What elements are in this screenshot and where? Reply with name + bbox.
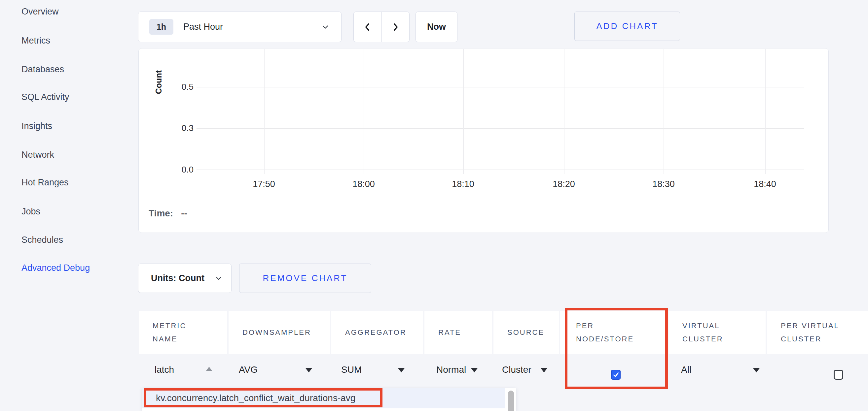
per-node-store-checkbox[interactable] (611, 370, 621, 380)
y-axis-tick: 0.3 (170, 123, 193, 133)
column-header-metric-name: METRICNAME (139, 311, 227, 354)
sidebar-item-metrics[interactable]: Metrics (22, 36, 50, 46)
sidebar-item-advanced-debug[interactable]: Advanced Debug (22, 263, 90, 273)
column-header-downsampler: DOWNSAMPLER (228, 311, 330, 354)
now-button[interactable]: Now (415, 11, 458, 42)
rate-select[interactable]: Normal (436, 363, 466, 376)
chevron-left-icon (363, 22, 373, 32)
caret-down-icon[interactable] (398, 368, 405, 372)
checkmark-icon (612, 371, 620, 378)
time-label: Time: (149, 208, 173, 218)
sidebar-item-hot-ranges[interactable]: Hot Ranges (22, 177, 69, 188)
time-window-pager (353, 11, 409, 42)
metric-autocomplete-menu: kv.concurrency.latch_conflict_wait_durat… (142, 388, 516, 411)
column-header-virtual-cluster: VIRTUALCLUSTER (669, 311, 766, 354)
downsampler-select[interactable]: AVG (239, 363, 258, 376)
gridline (196, 128, 804, 129)
gridline (564, 49, 564, 174)
caret-up-icon[interactable] (206, 367, 212, 371)
gridline (196, 87, 804, 88)
hover-time-readout: Time:-- (149, 208, 187, 219)
virtual-cluster-select[interactable]: All (681, 363, 691, 376)
x-axis-tick: 17:50 (241, 179, 287, 189)
x-axis-tick: 18:40 (742, 179, 788, 189)
y-axis-tick: 0.5 (170, 81, 193, 92)
caret-down-icon[interactable] (471, 368, 477, 372)
time-range-badge: 1h (149, 19, 174, 35)
x-axis-tick: 18:10 (440, 179, 486, 189)
x-axis-tick: 18:20 (541, 179, 587, 189)
aggregator-select[interactable]: SUM (341, 363, 362, 376)
sidebar-item-schedules[interactable]: Schedules (22, 235, 63, 245)
gridline (663, 49, 664, 174)
sidebar-item-overview[interactable]: Overview (22, 7, 59, 17)
chevron-down-icon (215, 274, 223, 282)
column-header-rate: RATE (425, 311, 492, 354)
gridline (196, 170, 804, 170)
metric-name-input[interactable]: latch (155, 363, 174, 376)
sidebar-item-jobs[interactable]: Jobs (22, 206, 40, 217)
sidebar-item-sql-activity[interactable]: SQL Activity (22, 92, 69, 102)
previous-time-window-button[interactable] (354, 12, 382, 42)
units-dropdown[interactable]: Units: Count (138, 264, 231, 293)
advanced-debug-custom-chart-page: Overview Metrics Databases SQL Activity … (0, 0, 868, 411)
caret-down-icon[interactable] (306, 368, 312, 372)
chevron-right-icon (391, 22, 400, 32)
time-value: -- (181, 208, 187, 218)
gridline (765, 49, 766, 174)
remove-chart-button[interactable]: REMOVE CHART (239, 264, 371, 293)
column-header-per-node-store: PERNODE/STORE (560, 311, 667, 354)
next-option-partial[interactable] (142, 408, 505, 411)
gridline (264, 49, 265, 174)
time-range-selector[interactable]: 1h Past Hour (138, 11, 342, 42)
chevron-down-icon (321, 23, 330, 32)
gridline (364, 49, 364, 174)
menu-scrollbar[interactable] (508, 390, 514, 411)
sidebar-item-network[interactable]: Network (22, 150, 54, 160)
source-select[interactable]: Cluster (502, 363, 531, 376)
time-range-label: Past Hour (183, 22, 223, 32)
per-virtual-cluster-checkbox[interactable] (834, 370, 843, 380)
x-axis-tick: 18:30 (641, 179, 687, 189)
y-axis-tick: 0.0 (170, 164, 193, 175)
custom-chart-card: Count 0.5 0.3 0.0 17:50 18:00 18:10 18:2… (138, 48, 829, 233)
next-time-window-button[interactable] (382, 12, 409, 42)
caret-down-icon[interactable] (541, 368, 547, 372)
gridline (463, 49, 464, 174)
column-header-aggregator: AGGREGATOR (331, 311, 423, 354)
caret-down-icon[interactable] (753, 368, 760, 372)
y-axis-label: Count (154, 70, 163, 94)
sidebar-item-databases[interactable]: Databases (22, 64, 64, 74)
add-chart-button[interactable]: ADD CHART (575, 11, 680, 41)
metric-suggestion-option[interactable]: kv.concurrency.latch_conflict_wait_durat… (142, 388, 505, 408)
units-dropdown-label: Units: Count (151, 273, 205, 283)
x-axis-tick: 18:00 (341, 179, 387, 189)
column-header-per-virtual-cluster: PER VIRTUALCLUSTER (767, 311, 868, 354)
column-header-source: SOURCE (493, 311, 559, 354)
sidebar-item-insights[interactable]: Insights (22, 121, 52, 131)
